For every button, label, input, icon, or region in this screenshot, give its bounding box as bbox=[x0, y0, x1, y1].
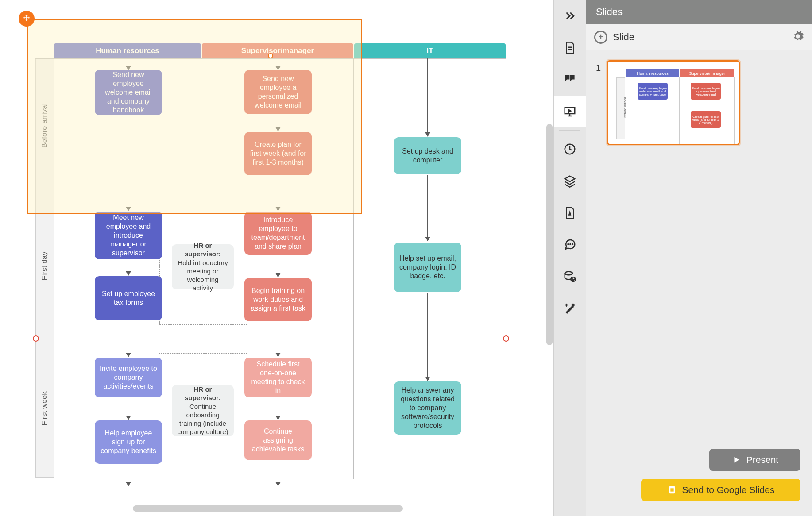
arrow bbox=[128, 260, 128, 275]
arrow bbox=[278, 321, 278, 357]
row-label-before-arrival[interactable]: Before arrival bbox=[35, 58, 54, 193]
grid-line bbox=[35, 193, 506, 193]
card-hr-meet-employee[interactable]: Meet new employee and introduce manager … bbox=[95, 212, 162, 259]
row-label-first-day[interactable]: First day bbox=[35, 193, 54, 339]
svg-point-4 bbox=[565, 272, 573, 275]
selection-handle[interactable] bbox=[268, 53, 273, 58]
theme-icon[interactable] bbox=[554, 197, 586, 229]
arrow bbox=[278, 58, 278, 70]
arrow bbox=[278, 398, 278, 420]
grid-line bbox=[506, 58, 506, 479]
svg-point-3 bbox=[572, 243, 573, 245]
card-sup-create-plan[interactable]: Create plan for first week (and for firs… bbox=[244, 132, 312, 175]
arrow bbox=[128, 465, 128, 486]
arrow bbox=[278, 115, 278, 131]
present-button[interactable]: Present bbox=[709, 449, 800, 471]
grid-line bbox=[35, 58, 506, 59]
move-handle-icon[interactable] bbox=[19, 11, 35, 27]
arrow bbox=[278, 465, 278, 486]
magic-icon[interactable] bbox=[554, 293, 586, 324]
card-sup-assign-tasks[interactable]: Continue assigning achievable tasks bbox=[244, 420, 312, 460]
arrow bbox=[278, 176, 278, 211]
arrow bbox=[427, 58, 428, 136]
slides-panel: Slides + Slide 1 Human resources Supervi… bbox=[586, 0, 812, 516]
card-hr-activities[interactable]: Invite employee to company activities/ev… bbox=[95, 358, 162, 397]
lane-header-supervisor[interactable]: Supervisor/manager bbox=[202, 43, 353, 58]
collapse-panel-icon[interactable] bbox=[554, 0, 586, 32]
anchor-handle[interactable] bbox=[33, 335, 39, 342]
grid-line bbox=[35, 478, 506, 478]
panel-title: Slides bbox=[586, 0, 812, 24]
arrow bbox=[278, 256, 278, 277]
card-it-answer-questions[interactable]: Help answer any questions related to com… bbox=[394, 381, 461, 435]
card-sup-begin-training[interactable]: Begin training on work duties and assign… bbox=[244, 278, 312, 321]
page-settings-icon[interactable] bbox=[554, 32, 586, 64]
grid-line bbox=[353, 58, 354, 479]
add-slide-label[interactable]: Slide bbox=[613, 31, 634, 43]
card-hr-welcome-email[interactable]: Send new employee welcome email and comp… bbox=[95, 70, 162, 115]
card-hr-benefits[interactable]: Help employee sign up for company benefi… bbox=[95, 420, 162, 464]
arrow bbox=[128, 58, 128, 70]
card-it-setup-desk[interactable]: Set up desk and computer bbox=[394, 137, 461, 174]
diagram-canvas[interactable]: Human resources Supervisor/manager IT Be… bbox=[0, 0, 553, 516]
lane-header-it[interactable]: IT bbox=[354, 43, 506, 58]
history-icon[interactable] bbox=[554, 133, 586, 165]
arrow bbox=[427, 175, 428, 241]
arrow bbox=[128, 398, 128, 420]
svg-rect-7 bbox=[670, 488, 673, 491]
chat-icon[interactable] bbox=[554, 229, 586, 261]
slide-thumbnail[interactable]: Human resources Supervisor/manager Send … bbox=[607, 60, 740, 145]
presentation-mode-icon[interactable] bbox=[554, 96, 586, 127]
toolbar-separator bbox=[559, 130, 580, 131]
svg-point-2 bbox=[570, 243, 571, 245]
lane-header-hr[interactable]: Human resources bbox=[54, 43, 201, 58]
card-hr-tax-forms[interactable]: Set up employee tax forms bbox=[95, 276, 162, 320]
anchor-handle[interactable] bbox=[503, 335, 509, 342]
arrow bbox=[427, 293, 428, 381]
slide-number: 1 bbox=[596, 63, 601, 73]
card-sup-introduce-team[interactable]: Introduce employee to team/department an… bbox=[244, 212, 312, 255]
row-label-first-week[interactable]: First week bbox=[35, 339, 54, 478]
right-toolbar bbox=[553, 0, 586, 516]
arrow bbox=[128, 115, 128, 211]
svg-point-1 bbox=[568, 243, 569, 245]
card-note-continue-training[interactable]: HR or supervisor:Continue onboarding tra… bbox=[172, 385, 234, 436]
gear-icon[interactable] bbox=[792, 30, 804, 44]
horizontal-scrollbar[interactable] bbox=[133, 505, 403, 512]
card-sup-welcome-email[interactable]: Send new employee a personalized welcome… bbox=[244, 70, 312, 114]
card-it-setup-accounts[interactable]: Help set up email, company login, ID bad… bbox=[394, 243, 461, 292]
data-linking-icon[interactable] bbox=[554, 261, 586, 293]
grid-line bbox=[54, 58, 54, 479]
layers-icon[interactable] bbox=[554, 165, 586, 197]
card-note-intro-meeting[interactable]: HR or supervisor:Hold introductory meeti… bbox=[172, 244, 234, 289]
grid-line bbox=[35, 339, 506, 339]
add-slide-icon[interactable]: + bbox=[594, 31, 607, 44]
send-to-google-slides-button[interactable]: Send to Google Slides bbox=[641, 479, 800, 501]
vertical-scrollbar[interactable] bbox=[546, 124, 553, 345]
arrow bbox=[128, 321, 128, 357]
panel-subheader: + Slide bbox=[586, 24, 812, 50]
card-sup-one-on-one[interactable]: Schedule first one-on-one meeting to che… bbox=[244, 358, 312, 397]
comment-icon[interactable] bbox=[554, 64, 586, 96]
